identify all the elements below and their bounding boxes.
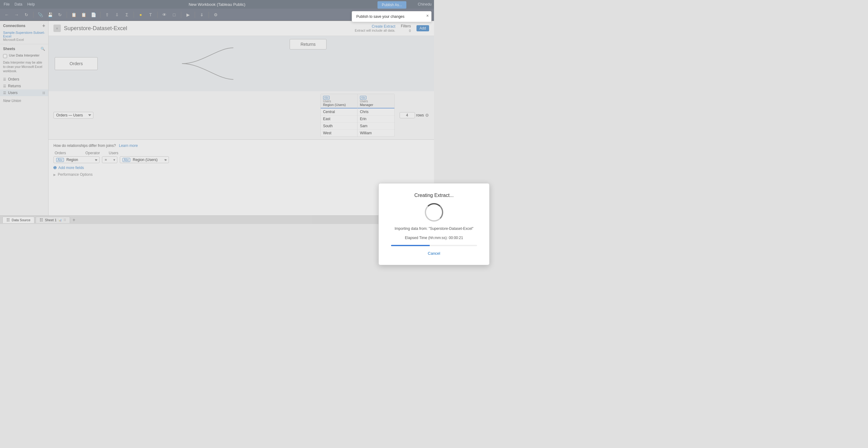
publish-tooltip: × Publish to save your changes <box>352 11 432 22</box>
modal-spinner <box>425 203 434 221</box>
modal-title: Creating Extract... <box>414 193 434 198</box>
tooltip-text: Publish to save your changes <box>356 14 404 19</box>
tooltip-close-icon[interactable]: × <box>426 13 429 18</box>
modal-overlay: Creating Extract... Importing data from:… <box>0 0 434 224</box>
modal-box: Creating Extract... Importing data from:… <box>378 183 434 224</box>
